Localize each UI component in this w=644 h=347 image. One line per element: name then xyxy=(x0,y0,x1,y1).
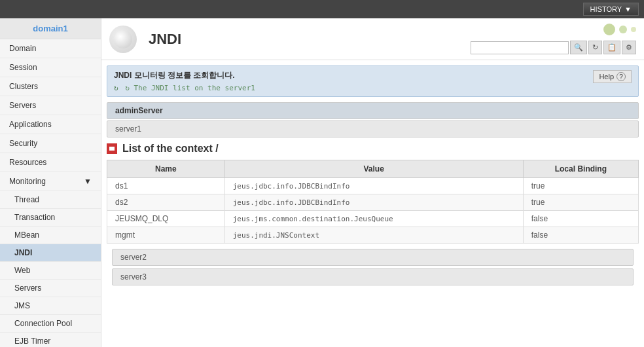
server-tab-adminserver[interactable]: adminServer xyxy=(107,102,639,119)
logo-circle xyxy=(109,26,137,53)
bottom-servers: server2 server3 xyxy=(112,249,634,285)
context-header: ■ List of the context / xyxy=(107,143,639,155)
sidebar-item-domain[interactable]: Domain xyxy=(0,39,101,58)
col-header-value: Value xyxy=(224,160,523,178)
sidebar-item-servers[interactable]: Servers xyxy=(0,96,101,115)
sidebar-sub-servers[interactable]: Servers xyxy=(0,280,101,297)
server-tabs: adminServer server1 xyxy=(107,102,639,137)
cell-binding: false xyxy=(523,227,638,244)
sidebar-sub-mbean[interactable]: MBean xyxy=(0,227,101,244)
cell-name[interactable]: ds2 xyxy=(107,194,225,211)
server-tab-server1[interactable]: server1 xyxy=(107,120,639,137)
info-bar-content: JNDI 모니터링 정보를 조회합니다. ↻ ↻ The JNDI list o… xyxy=(114,70,255,92)
sidebar-item-monitoring[interactable]: Monitoring ▼ xyxy=(0,172,101,191)
help-icon: ? xyxy=(617,72,626,81)
header-right: 🔍 ↻ 📋 ⚙ xyxy=(471,24,636,54)
help-button[interactable]: Help ? xyxy=(593,70,632,83)
monitoring-arrow-icon: ▼ xyxy=(84,177,92,186)
search-row: 🔍 ↻ 📋 ⚙ xyxy=(471,41,636,54)
sidebar-item-applications[interactable]: Applications xyxy=(0,115,101,134)
server-tab-server2[interactable]: server2 xyxy=(112,249,634,266)
content-header: JNDI 🔍 ↻ 📋 ⚙ xyxy=(101,18,644,60)
col-header-binding: Local Binding xyxy=(523,160,638,178)
history-arrow-icon: ▼ xyxy=(624,5,632,13)
cell-binding: false xyxy=(523,211,638,227)
logo-circle-inner xyxy=(114,30,132,48)
context-icon: ■ xyxy=(107,143,117,154)
cell-name[interactable]: ds1 xyxy=(107,178,225,194)
info-detail: ↻ ↻ The JNDI list on the server1 xyxy=(114,84,255,92)
sidebar-sub-jndi[interactable]: JNDI xyxy=(0,244,101,262)
context-section: ■ List of the context / Name Value Local… xyxy=(107,143,639,342)
jndi-table: Name Value Local Binding ds1jeus.jdbc.in… xyxy=(107,160,639,244)
sidebar-item-security[interactable]: Security xyxy=(0,134,101,153)
sidebar-sub-connection-pool[interactable]: Connection Pool xyxy=(0,315,101,333)
content-area: JNDI 🔍 ↻ 📋 ⚙ JNDI 모니터링 정보를 xyxy=(101,18,644,347)
page-title: JNDI xyxy=(149,31,181,48)
context-title: List of the context / xyxy=(122,143,219,155)
jndi-table-body: ds1jeus.jdbc.info.JDBCBindInfotrueds2jeu… xyxy=(107,178,639,244)
decoration-circles xyxy=(603,24,636,35)
cell-binding: true xyxy=(523,178,638,194)
settings-button[interactable]: ⚙ xyxy=(622,41,636,54)
server-tab-server3[interactable]: server3 xyxy=(112,268,634,285)
refresh-icon: ↻ xyxy=(114,84,118,92)
sidebar-sub-ejb-timer[interactable]: EJB Timer xyxy=(0,333,101,347)
deco-circle-2 xyxy=(619,26,627,33)
sidebar-sub-transaction[interactable]: Transaction xyxy=(0,209,101,227)
sidebar-item-session[interactable]: Session xyxy=(0,58,101,77)
deco-circle-3 xyxy=(631,27,636,32)
sidebar-item-resources[interactable]: Resources xyxy=(0,153,101,172)
cell-binding: true xyxy=(523,194,638,211)
sidebar-sub-web[interactable]: Web xyxy=(0,262,101,280)
sidebar-sub-jms[interactable]: JMS xyxy=(0,297,101,315)
top-bar: HISTORY ▼ xyxy=(0,0,644,18)
cell-name[interactable]: mgmt xyxy=(107,227,225,244)
info-bar: JNDI 모니터링 정보를 조회합니다. ↻ ↻ The JNDI list o… xyxy=(107,65,639,97)
sidebar-sub-thread[interactable]: Thread xyxy=(0,191,101,209)
cell-value: jeus.jms.common.destination.JeusQueue xyxy=(224,211,523,227)
export-button[interactable]: 📋 xyxy=(603,41,620,54)
sidebar: domain1 Domain Session Clusters Servers … xyxy=(0,18,101,347)
cell-name[interactable]: JEUSMQ_DLQ xyxy=(107,211,225,227)
cell-value: jeus.jdbc.info.JDBCBindInfo xyxy=(224,194,523,211)
sidebar-domain[interactable]: domain1 xyxy=(0,18,101,39)
history-button[interactable]: HISTORY ▼ xyxy=(583,3,639,16)
info-message: JNDI 모니터링 정보를 조회합니다. xyxy=(114,70,255,81)
table-row: mgmtjeus.jndi.JNSContextfalse xyxy=(107,227,639,244)
refresh-button[interactable]: ↻ xyxy=(588,41,602,54)
col-header-name: Name xyxy=(107,160,225,178)
search-button[interactable]: 🔍 xyxy=(570,41,587,54)
cell-value: jeus.jdbc.info.JDBCBindInfo xyxy=(224,178,523,194)
deco-circle-1 xyxy=(603,24,615,35)
sidebar-item-clusters[interactable]: Clusters xyxy=(0,77,101,96)
title-area: JNDI xyxy=(109,26,181,53)
cell-value: jeus.jndi.JNSContext xyxy=(224,227,523,244)
table-row: ds1jeus.jdbc.info.JDBCBindInfotrue xyxy=(107,178,639,194)
table-row: ds2jeus.jdbc.info.JDBCBindInfotrue xyxy=(107,194,639,211)
history-label: HISTORY xyxy=(590,5,622,13)
search-input[interactable] xyxy=(471,41,569,54)
main-layout: domain1 Domain Session Clusters Servers … xyxy=(0,18,644,347)
table-row: JEUSMQ_DLQjeus.jms.common.destination.Je… xyxy=(107,211,639,227)
